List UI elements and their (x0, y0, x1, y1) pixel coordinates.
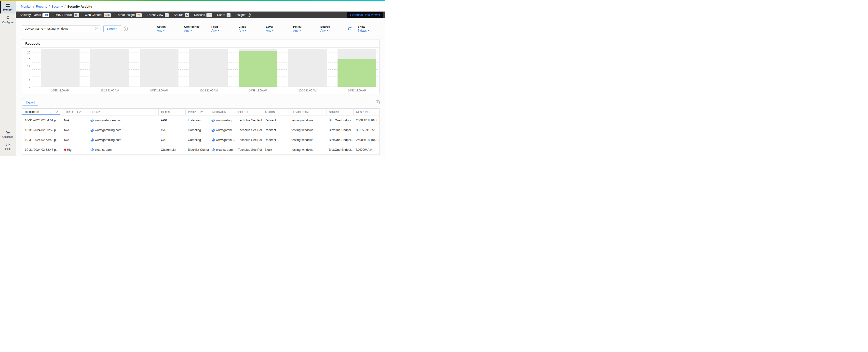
cell-text: 2600:1f18:1043... (356, 119, 379, 122)
table-info-icon[interactable]: i (376, 101, 379, 104)
tab-threat-insight[interactable]: Threat Insight21 (115, 11, 142, 19)
dossier-lookup-icon[interactable] (90, 119, 94, 122)
column-header-property[interactable]: PROPERTY (185, 109, 209, 115)
filter-confidence[interactable]: ConfidenceAny▼ (184, 25, 207, 32)
export-button[interactable]: Export (22, 99, 38, 106)
chart-day-slot: 10/27 12:00 AM (131, 49, 180, 87)
cell-text: Techblue Sec Pol... (238, 148, 262, 151)
chart-day-slot: 10/31 12:00 AM (329, 49, 378, 87)
breadcrumb-current: Security Activity (67, 5, 92, 8)
column-header-label: DEVICE NAME (292, 111, 311, 113)
filter-feed[interactable]: FeedAny▼ (211, 25, 234, 32)
chevron-down-icon: ▼ (217, 30, 219, 32)
search-info-icon[interactable]: i (124, 27, 128, 31)
dossier-lookup-icon[interactable] (211, 148, 215, 151)
collapse-panel-icon[interactable]: — (373, 42, 376, 45)
table-row[interactable]: 10-31-2024 02:53:52 p...N/Awww.gambling.… (22, 135, 379, 145)
chevron-down-icon: ▼ (272, 30, 274, 32)
cell-detected: 10-31-2024 02:54:01 p... (22, 119, 62, 122)
breadcrumb-link-security[interactable]: Security (51, 5, 63, 8)
column-header-query[interactable]: QUERY (88, 109, 159, 115)
column-config-button[interactable] (373, 109, 379, 115)
column-header-indicator[interactable]: INDICATOR (209, 109, 236, 115)
column-header-label: INDICATOR (212, 111, 226, 113)
column-header-label: CLASS (161, 111, 170, 113)
refresh-icon[interactable] (348, 27, 352, 31)
tab-label: Threat Insight (116, 13, 134, 17)
cell-text: testing-windows (291, 119, 313, 122)
sidebar-item-configure[interactable]: ⚙ Configure (0, 13, 16, 26)
table-row[interactable]: 10-31-2024 02:53:52 p...N/Awww.gambling.… (22, 125, 379, 135)
insights-help-icon: ? (248, 13, 251, 17)
column-header-label: THREAT LEVEL (64, 111, 84, 113)
filter-source[interactable]: SourceAny▼ (320, 25, 343, 32)
cell-device_name: testing-windows (289, 138, 327, 142)
tab-dns-firewall[interactable]: DNS Firewall95 (54, 11, 80, 19)
breadcrumb-separator: / (49, 5, 50, 8)
column-header-detected[interactable]: DETECTED (22, 109, 62, 115)
cell-text: Redirect (265, 138, 276, 142)
sidebar-item-help[interactable]: ? Help (0, 140, 16, 153)
tab-count-badge: 95 (74, 13, 79, 17)
tab-users[interactable]: Users2 (217, 11, 231, 19)
dossier-lookup-icon[interactable] (211, 138, 215, 142)
dossier-lookup-icon[interactable] (90, 138, 94, 142)
divider (355, 25, 355, 33)
chevron-down-icon: ▼ (163, 30, 165, 32)
column-header-action[interactable]: ACTION (262, 109, 289, 115)
cell-response: 2600:1f18:1043... (353, 119, 379, 122)
gear-icon: ⚙ (6, 16, 9, 20)
column-header-response[interactable]: RESPONSE (353, 109, 373, 115)
chart-day-slot: 10/26 12:00 AM (81, 49, 131, 87)
filter-label: Source (320, 25, 343, 28)
x-axis-tick-label: 10/30 12:00 AM (299, 89, 317, 92)
tab-web-content[interactable]: Web Content496 (84, 11, 111, 19)
filter-selected-value: Any (157, 29, 162, 32)
dossier-lookup-icon[interactable] (90, 129, 94, 132)
table-row[interactable]: 10-31-2024 02:54:01 p...N/Awww.instagram… (22, 115, 379, 125)
tab-security-events[interactable]: Security Events591 (19, 11, 50, 19)
filter-selected-value: Any (320, 29, 326, 32)
filter-level[interactable]: LevelAny▼ (266, 25, 288, 32)
dossier-lookup-icon[interactable] (90, 148, 94, 151)
sidebar-item-monitor[interactable]: Monitor (0, 1, 16, 13)
tab-source[interactable]: Source5 (173, 11, 189, 19)
search-input[interactable] (22, 25, 100, 32)
filter-value: Any▼ (320, 29, 343, 32)
column-header-source[interactable]: SOURCE (326, 109, 353, 115)
column-header-device_name[interactable]: DEVICE NAME (289, 109, 327, 115)
table-row[interactable]: 10-31-2024 02:53:47 p...Higheicar.stream… (22, 145, 379, 155)
cell-text: testing-windows (291, 148, 313, 151)
cell-text: 3.215.231.251 (356, 129, 376, 132)
sidebar-item-guidance[interactable]: Guidance (0, 128, 16, 140)
x-axis-tick-label: 10/26 12:00 AM (101, 89, 119, 92)
historical-data-viewer-button[interactable]: Historical Data Viewer (347, 12, 383, 17)
tab-threat-view[interactable]: Threat View5 (146, 11, 169, 19)
tab-devices[interactable]: Devices81 (194, 11, 213, 19)
show-filter[interactable]: Show 7 days▼ (358, 25, 375, 32)
filter-action[interactable]: ActionAny▼ (157, 25, 180, 32)
chart-day-slot: 10/25 12:00 AM (32, 49, 81, 87)
sort-chevron-icon (56, 111, 58, 113)
requests-bar (239, 51, 277, 87)
cell-policy: Techblue Sec Pol... (236, 148, 262, 151)
cell-text: testing-windows (291, 138, 313, 142)
column-header-policy[interactable]: POLICY (236, 109, 262, 115)
cell-text: NXDOMAIN (356, 148, 372, 151)
cell-class: CustomList (158, 148, 185, 151)
dossier-lookup-icon[interactable] (211, 129, 215, 132)
column-header-class[interactable]: CLASS (158, 109, 185, 115)
cell-class: CAT (158, 138, 185, 142)
cell-property: Instagram (185, 119, 209, 122)
breadcrumb-link-monitor[interactable]: Monitor (21, 5, 31, 8)
tab-insights[interactable]: Insights? (235, 11, 251, 19)
filter-policy[interactable]: PolicyAny▼ (293, 25, 316, 32)
dossier-lookup-icon[interactable] (211, 119, 215, 122)
filter-value: Any▼ (157, 29, 180, 32)
tab-count-badge: 81 (207, 13, 212, 17)
x-axis-tick-label: 10/31 12:00 AM (348, 89, 366, 92)
breadcrumb-link-reports[interactable]: Reports (36, 5, 47, 8)
search-button[interactable]: Search (103, 25, 121, 32)
filter-class[interactable]: ClassAny▼ (239, 25, 261, 32)
column-header-threat_level[interactable]: THREAT LEVEL (62, 109, 88, 115)
